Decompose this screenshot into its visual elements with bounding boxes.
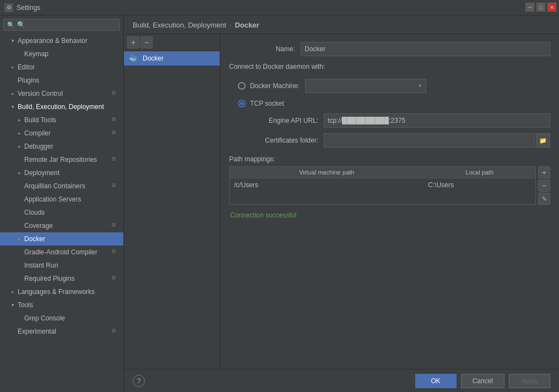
sidebar-item-docker[interactable]: ▸ Docker xyxy=(0,232,123,246)
name-label: Name: xyxy=(229,45,301,53)
cancel-button[interactable]: Cancel xyxy=(461,374,504,388)
add-mapping-button[interactable]: + xyxy=(538,166,550,178)
settings-icon: ⚙ xyxy=(111,222,119,230)
search-input[interactable] xyxy=(17,21,116,29)
browse-folder-button[interactable]: 📁 xyxy=(536,133,550,148)
help-button[interactable]: ? xyxy=(133,375,145,387)
minimize-button[interactable]: ─ xyxy=(525,2,535,12)
docker-list-panel: + − 🐳 Docker xyxy=(124,34,220,369)
sidebar-item-compiler[interactable]: ▸ Compiler ⚙ xyxy=(0,127,123,140)
engine-url-row: Engine API URL: xyxy=(229,113,550,128)
docker-list-item[interactable]: 🐳 Docker xyxy=(124,51,220,66)
breadcrumb: Build, Execution, Deployment › Docker xyxy=(124,15,559,34)
tcp-socket-radio-row: TCP socket xyxy=(229,98,550,109)
folder-icon: 📁 xyxy=(539,137,547,144)
certs-folder-row: Certificates folder: 📁 xyxy=(229,133,550,148)
local-path-cell: C:\Users xyxy=(424,178,535,192)
sidebar-item-deployment[interactable]: ▸ Deployment xyxy=(0,166,123,179)
certs-folder-container: 📁 xyxy=(324,133,550,148)
expand-arrow-icon: ▸ xyxy=(15,129,23,137)
sidebar-item-remote-jar[interactable]: Remote Jar Repositories ⚙ xyxy=(0,153,123,166)
content-area: Build, Execution, Deployment › Docker + … xyxy=(124,15,559,392)
sidebar-item-grep-console[interactable]: Grep Console xyxy=(0,312,123,325)
sidebar-item-clouds[interactable]: Clouds xyxy=(0,206,123,219)
sidebar-item-label: Instant Run xyxy=(24,262,119,269)
sidebar-item-arquillian[interactable]: Arquillian Containers ⚙ xyxy=(0,179,123,193)
certs-folder-input[interactable] xyxy=(324,133,535,148)
docker-item-name: Docker xyxy=(143,55,164,62)
leaf-spacer xyxy=(15,50,23,58)
expand-arrow-icon: ▸ xyxy=(9,90,17,97)
sidebar-item-plugins[interactable]: Plugins xyxy=(0,74,123,87)
sidebar-item-instant-run[interactable]: Instant Run xyxy=(0,259,123,272)
close-button[interactable]: ✕ xyxy=(547,2,557,12)
maximize-button[interactable]: □ xyxy=(536,2,546,12)
sidebar-item-label: Version Control xyxy=(18,90,111,97)
sidebar-item-tools[interactable]: ▾ Tools xyxy=(0,298,123,312)
breadcrumb-current: Docker xyxy=(235,21,259,29)
docker-machine-label: Docker Machine: xyxy=(250,82,300,90)
ok-button[interactable]: OK xyxy=(415,374,457,388)
sidebar-item-appearance[interactable]: ▾ Appearance & Behavior xyxy=(0,34,123,47)
settings-icon: ⚙ xyxy=(111,156,119,164)
sidebar-item-label: Keymap xyxy=(24,50,119,58)
path-mappings-section: Path mappings: Virtual machine path Loca… xyxy=(229,155,550,205)
expand-arrow-icon: ▸ xyxy=(15,143,23,150)
name-input[interactable] xyxy=(301,42,550,56)
search-box[interactable]: 🔍 xyxy=(3,19,120,31)
expand-arrow-icon: ▸ xyxy=(15,235,23,243)
main-container: 🔍 ▾ Appearance & Behavior Keymap ▸ Edito… xyxy=(0,15,559,392)
sidebar-item-label: Build, Execution, Deployment xyxy=(18,103,119,111)
sidebar-item-coverage[interactable]: Coverage ⚙ xyxy=(0,219,123,232)
remove-mapping-button[interactable]: − xyxy=(538,179,550,192)
expand-arrow-icon: ▾ xyxy=(9,301,17,309)
sidebar-item-required-plugins[interactable]: Required Plugins ⚙ xyxy=(0,272,123,285)
apply-button[interactable]: Apply xyxy=(509,374,550,388)
docker-form: Name: Connect to Docker daemon with: Doc… xyxy=(220,34,559,369)
tcp-socket-radio[interactable] xyxy=(238,100,246,107)
leaf-spacer xyxy=(15,156,23,164)
sidebar-item-label: Languages & Frameworks xyxy=(18,288,119,296)
docker-machine-select[interactable]: ▼ xyxy=(305,79,426,93)
sidebar-item-languages[interactable]: ▸ Languages & Frameworks xyxy=(0,285,123,298)
docker-machine-radio-row: Docker Machine: ▼ xyxy=(229,77,550,95)
sidebar-item-label: Coverage xyxy=(24,222,111,230)
sidebar-item-label: Build Tools xyxy=(24,116,111,124)
add-docker-button[interactable]: + xyxy=(127,36,139,48)
sidebar-item-label: Remote Jar Repositories xyxy=(24,156,111,164)
engine-url-label: Engine API URL: xyxy=(247,117,324,124)
sidebar-item-keymap[interactable]: Keymap xyxy=(0,47,123,61)
edit-mapping-button[interactable]: ✎ xyxy=(538,193,550,205)
engine-url-input[interactable] xyxy=(324,113,550,128)
engine-url-container xyxy=(324,113,550,128)
table-row[interactable]: /c/Users C:\Users xyxy=(230,178,535,192)
connect-row: Connect to Docker daemon with: xyxy=(229,63,550,70)
name-row: Name: xyxy=(229,42,550,56)
sidebar-item-label: Gradle-Android Compiler xyxy=(24,248,111,256)
leaf-spacer xyxy=(15,195,23,203)
col-vm-path: Virtual machine path xyxy=(230,167,424,178)
sidebar-item-editor[interactable]: ▸ Editor xyxy=(0,61,123,74)
sidebar-item-label: Debugger xyxy=(24,143,119,150)
sidebar-item-build-exec[interactable]: ▾ Build, Execution, Deployment xyxy=(0,100,123,113)
breadcrumb-parent: Build, Execution, Deployment xyxy=(133,21,226,29)
bottom-actions: OK Cancel Apply xyxy=(415,374,550,388)
sidebar-item-experimental[interactable]: Experimental ⚙ xyxy=(0,325,123,338)
remove-docker-button[interactable]: − xyxy=(140,36,153,48)
settings-icon: ⚙ xyxy=(111,275,119,282)
expand-arrow-icon: ▸ xyxy=(15,116,23,124)
sidebar-item-label: Application Servers xyxy=(24,195,119,203)
sidebar-item-version-control[interactable]: ▸ Version Control ⚙ xyxy=(0,87,123,100)
sidebar-item-gradle-android[interactable]: Gradle-Android Compiler ⚙ xyxy=(0,246,123,259)
docker-list-toolbar: + − xyxy=(124,34,220,51)
sidebar-item-label: Clouds xyxy=(24,209,119,216)
sidebar-item-label: Grep Console xyxy=(24,314,119,322)
sidebar-item-app-servers[interactable]: Application Servers xyxy=(0,193,123,206)
window-title: Settings xyxy=(17,4,40,12)
docker-machine-radio[interactable] xyxy=(238,82,246,90)
sidebar-item-debugger[interactable]: ▸ Debugger xyxy=(0,140,123,153)
sidebar-item-build-tools[interactable]: ▸ Build Tools ⚙ xyxy=(0,113,123,127)
sidebar-item-label: Experimental xyxy=(18,328,111,335)
settings-icon: ⚙ xyxy=(111,248,119,256)
tcp-socket-label: TCP socket xyxy=(250,100,284,107)
